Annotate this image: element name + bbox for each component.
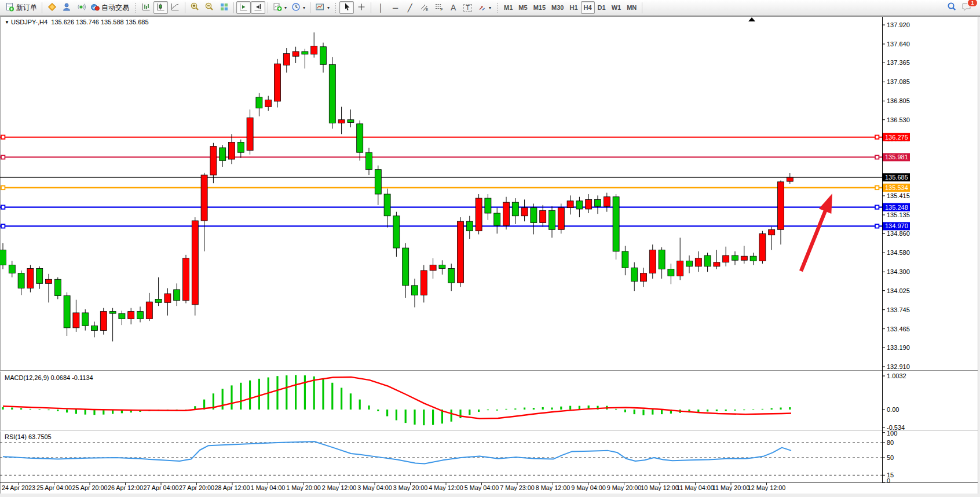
text-tool-button[interactable]: A — [446, 1, 460, 14]
market-button[interactable] — [45, 1, 59, 14]
macd-histogram-bar — [478, 410, 480, 412]
candle-body — [283, 53, 290, 65]
text-label-icon: T — [463, 4, 472, 12]
line-handle[interactable] — [1, 136, 5, 139]
timeframe-M30[interactable]: M30 — [548, 1, 566, 14]
macd-histogram-bar — [716, 410, 718, 411]
line-handle[interactable] — [875, 205, 879, 209]
channel-tool-button[interactable]: E — [417, 1, 432, 14]
timeframe-H1[interactable]: H1 — [566, 1, 580, 14]
line-handle[interactable] — [875, 186, 879, 189]
fibonacci-icon: F — [434, 2, 444, 13]
price-tick-label: 137.365 — [887, 59, 910, 66]
toolbar-separator — [185, 2, 185, 13]
tile-windows-button[interactable] — [217, 1, 231, 14]
toolbar-separator — [268, 2, 268, 13]
macd-histogram-bar — [368, 405, 370, 410]
line-handle[interactable] — [875, 155, 879, 159]
auto-trading-icon — [90, 2, 100, 13]
macd-histogram-bar — [615, 409, 617, 410]
crosshair-tool-button[interactable] — [354, 1, 368, 14]
fibonacci-tool-button[interactable]: F — [432, 1, 446, 14]
line-chart-mode-button[interactable] — [168, 1, 182, 14]
tile-windows-icon — [220, 2, 229, 13]
rsi-name: RSI(14) — [5, 433, 27, 440]
macd-histogram-bar — [57, 410, 58, 411]
macd-histogram-bar — [414, 410, 415, 425]
macd-histogram-bar — [39, 409, 41, 410]
candle-body — [476, 198, 482, 231]
timeframe-M15[interactable]: M15 — [531, 1, 548, 14]
new-order-button[interactable]: 新订单 — [3, 1, 39, 14]
profile-icon — [62, 2, 71, 13]
vertical-line-tool-button[interactable]: │ — [374, 1, 388, 14]
candle-body — [329, 64, 335, 123]
price-tick-label: 134.025 — [887, 287, 910, 294]
zoom-out-button[interactable] — [202, 1, 217, 14]
signals-button[interactable] — [74, 1, 88, 14]
templates-button[interactable]: ▾ — [313, 1, 332, 14]
indicators-button[interactable]: ▾ — [270, 1, 289, 14]
toolbar-drag-handle[interactable] — [335, 2, 337, 13]
text-label-tool-button[interactable]: T — [460, 1, 475, 14]
candle-body — [174, 290, 180, 301]
price-tick-label: 136.530 — [887, 116, 910, 123]
line-handle[interactable] — [875, 136, 879, 139]
search-button[interactable] — [945, 1, 959, 14]
zoom-in-button[interactable] — [188, 1, 202, 14]
date-tick-label: 9 May 20:00 — [607, 484, 641, 491]
line-handle[interactable] — [875, 224, 879, 228]
candle-body — [393, 216, 400, 248]
toolbar-separator — [233, 2, 234, 13]
line-handle[interactable] — [1, 224, 5, 228]
candle-body — [714, 262, 720, 266]
collapse-icon[interactable]: ▼ — [5, 20, 9, 25]
date-tick-label: 10 May 12:00 — [641, 484, 678, 491]
line-handle[interactable] — [1, 205, 5, 209]
date-tick-label: 1 May 20:00 — [286, 484, 320, 491]
chevron-down-icon: ▾ — [327, 5, 330, 10]
macd-histogram-bar — [469, 410, 470, 415]
chart-shift-button[interactable] — [251, 1, 265, 14]
timeframe-D1[interactable]: D1 — [595, 1, 609, 14]
chart-symbol-line[interactable]: ▼ USDJPY-,H4 135.626 135.746 135.588 135… — [5, 19, 149, 25]
timeframe-W1[interactable]: W1 — [609, 1, 624, 14]
auto-trading-label: 自动交易 — [101, 3, 129, 13]
profile-button[interactable] — [59, 1, 74, 14]
candle-body — [100, 312, 107, 331]
candle-body — [704, 255, 711, 266]
rsi-tick-label: 80 — [887, 439, 894, 446]
timeframe-MN[interactable]: MN — [624, 1, 639, 14]
price-chart-canvas[interactable]: 137.920137.640137.365137.085136.805136.5… — [0, 16, 980, 497]
timeframe-H4[interactable]: H4 — [581, 1, 595, 14]
auto-trading-button[interactable]: 自动交易 — [88, 1, 131, 14]
macd-histogram-bar — [66, 410, 68, 412]
macd-histogram-bar — [542, 407, 544, 410]
signals-icon — [76, 2, 86, 13]
horizontal-line-tool-button[interactable]: ─ — [388, 1, 403, 14]
periods-button[interactable]: ▾ — [289, 1, 308, 14]
timeframe-label: H4 — [584, 4, 592, 11]
bar-chart-mode-button[interactable] — [139, 1, 153, 14]
trendline-tool-button[interactable]: ╱ — [403, 1, 417, 14]
macd-histogram-bar — [707, 410, 708, 411]
arrows-tool-button[interactable]: ▾ — [475, 1, 493, 14]
macd-histogram-bar — [451, 410, 452, 422]
toolbar-drag-handle[interactable] — [134, 2, 136, 13]
rsi-indicator-label: RSI(14) 63.7505 — [5, 433, 52, 440]
macd-histogram-bar — [697, 410, 699, 412]
toolbar-drag-handle[interactable] — [496, 2, 498, 13]
price-tick-label: 135.135 — [887, 211, 910, 218]
candle-body — [292, 52, 299, 56]
candle-body — [695, 258, 701, 266]
line-handle[interactable] — [1, 155, 5, 159]
date-tick-label: 26 Apr 12:00 — [108, 484, 143, 491]
timeframe-M5[interactable]: M5 — [515, 1, 530, 14]
auto-scroll-button[interactable] — [236, 1, 251, 14]
cursor-tool-button[interactable] — [339, 1, 354, 14]
timeframe-M1[interactable]: M1 — [501, 1, 515, 14]
date-tick-label: 24 Apr 2023 — [2, 484, 35, 491]
line-handle[interactable] — [1, 186, 5, 189]
date-tick-label: 12 May 12:00 — [748, 484, 785, 491]
candlestick-mode-button[interactable] — [153, 1, 168, 14]
